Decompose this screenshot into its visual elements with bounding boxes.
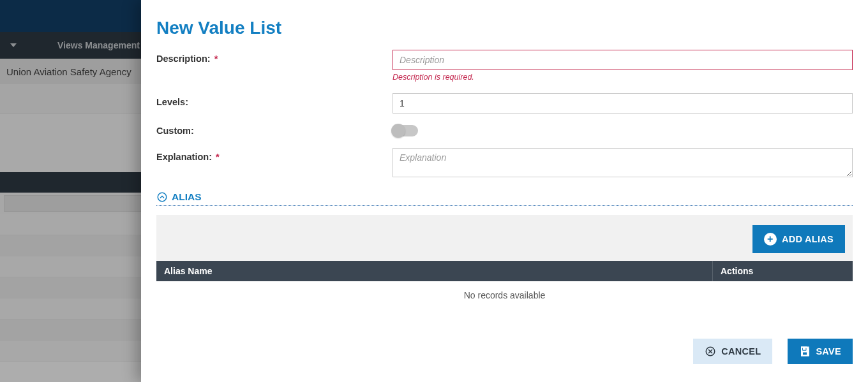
save-label: SAVE — [816, 346, 841, 356]
svg-rect-5 — [803, 353, 807, 355]
save-floppy-icon — [799, 346, 811, 357]
alias-toolbar: + ADD ALIAS — [156, 215, 853, 261]
custom-toggle[interactable] — [393, 125, 418, 136]
row-explanation: Explanation: * — [156, 148, 853, 180]
required-mark: * — [216, 152, 220, 162]
alias-grid-empty: No records available — [156, 281, 853, 314]
label-description: Description: * — [156, 50, 393, 64]
row-custom: Custom: — [156, 125, 853, 136]
slideover-panel: New Value List Description: * Descriptio… — [141, 0, 868, 382]
label-custom: Custom: — [156, 126, 393, 136]
svg-rect-7 — [803, 348, 806, 350]
alias-heading-text: ALIAS — [172, 191, 202, 203]
col-actions: Actions — [712, 261, 853, 281]
cancel-button[interactable]: CANCEL — [693, 339, 772, 364]
description-input[interactable] — [393, 50, 853, 70]
col-alias-name: Alias Name — [156, 261, 712, 281]
label-explanation: Explanation: * — [156, 148, 393, 162]
toggle-knob — [391, 124, 405, 138]
cancel-circle-icon — [705, 346, 716, 357]
alias-grid-header: Alias Name Actions — [156, 261, 853, 281]
label-levels: Levels: — [156, 93, 393, 107]
plus-circle-icon: + — [764, 233, 777, 246]
alias-section-header[interactable]: ALIAS — [156, 191, 853, 206]
explanation-input[interactable] — [393, 148, 853, 177]
levels-input[interactable] — [393, 93, 853, 114]
panel-footer: CANCEL SAVE — [141, 328, 868, 382]
chevron-up-circle-icon — [156, 191, 168, 203]
save-button[interactable]: SAVE — [788, 339, 853, 364]
required-mark: * — [214, 54, 218, 64]
description-error: Description is required. — [393, 73, 853, 82]
add-alias-button[interactable]: + ADD ALIAS — [752, 225, 845, 253]
svg-point-0 — [158, 193, 167, 202]
cancel-label: CANCEL — [721, 346, 761, 356]
panel-title: New Value List — [156, 18, 853, 38]
add-alias-label: ADD ALIAS — [782, 234, 834, 244]
row-description: Description: * Description is required. — [156, 50, 853, 82]
row-levels: Levels: — [156, 93, 853, 114]
